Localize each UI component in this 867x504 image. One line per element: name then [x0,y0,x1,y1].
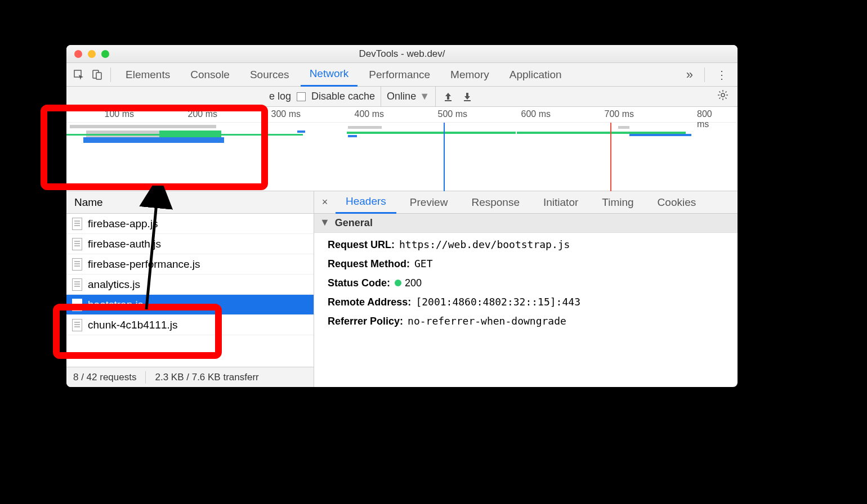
request-detail-panel: × Headers Preview Response Initiator Tim… [314,191,738,387]
window-title: DevTools - web.dev/ [66,48,738,60]
general-heading: General [335,217,373,228]
status-code-label: Status Code: [328,277,390,289]
tab-application[interactable]: Application [500,69,571,81]
request-url-label: Request URL: [328,239,395,251]
detail-tab-response[interactable]: Response [461,196,530,209]
detail-tabs: × Headers Preview Response Initiator Tim… [314,191,738,214]
throttling-value: Online [387,91,416,102]
table-row[interactable]: chunk-4c1b4111.js [66,315,314,335]
svg-rect-4 [464,100,471,101]
referrer-policy-label: Referrer Policy: [328,316,403,327]
status-requests: 8 / 42 requests [73,372,136,383]
network-overview[interactable]: 100 ms 200 ms 300 ms 400 ms 500 ms 600 m… [66,107,738,191]
file-icon [72,238,82,250]
throttling-dropdown[interactable]: Online ▼ [381,87,436,107]
tab-sources[interactable]: Sources [241,69,298,81]
tick: 200 ms [188,109,217,119]
tick: 100 ms [105,109,134,119]
network-main: Name firebase-app.js firebase-auth.js fi… [66,191,738,387]
svg-point-5 [721,93,725,97]
devtools-window: DevTools - web.dev/ Elements Console Sou… [66,45,738,387]
svg-rect-3 [445,100,452,101]
disclosure-triangle-icon: ▼ [320,217,330,228]
tab-performance[interactable]: Performance [360,69,439,81]
request-name: firebase-performance.js [88,258,200,271]
tick: 700 ms [605,109,634,119]
detail-tab-cookies[interactable]: Cookies [647,196,707,209]
request-name: firebase-app.js [88,218,158,230]
disable-cache-label: Disable cache [311,91,375,102]
tab-network[interactable]: Network [301,63,358,87]
request-method-label: Request Method: [328,258,410,270]
separator [110,68,111,82]
inspect-icon[interactable] [71,67,87,83]
general-section-header[interactable]: ▼ General [314,214,738,233]
file-icon [72,299,82,311]
detail-tab-initiator[interactable]: Initiator [533,196,588,209]
referrer-policy-value: no-referrer-when-downgrade [408,315,566,327]
request-name: firebase-auth.js [88,238,161,250]
tab-console[interactable]: Console [181,69,239,81]
gear-icon[interactable] [714,89,732,104]
file-icon [72,319,82,331]
table-row[interactable]: firebase-app.js [66,214,314,234]
tab-elements[interactable]: Elements [117,69,179,81]
overview-bars [66,123,738,156]
chevron-down-icon: ▼ [419,91,430,102]
file-icon [72,258,82,271]
request-name: analytics.js [88,278,140,291]
table-row[interactable]: firebase-performance.js [66,254,314,274]
more-tabs-icon[interactable]: » [681,68,699,82]
network-toolbar: e log Disable cache Online ▼ [66,87,738,107]
disable-cache-checkbox[interactable] [297,92,306,101]
separator [704,68,705,82]
settings-kebab-icon[interactable]: ⋮ [710,68,733,82]
tick: 300 ms [271,109,301,119]
file-icon [72,278,82,291]
tick: 500 ms [438,109,467,119]
upload-har-icon[interactable] [441,92,455,102]
table-row[interactable]: bootstrap.js [66,295,314,315]
detail-tab-headers[interactable]: Headers [336,191,396,214]
tab-memory[interactable]: Memory [441,69,498,81]
file-icon [72,218,82,230]
request-list-panel: Name firebase-app.js firebase-auth.js fi… [66,191,314,387]
request-rows: firebase-app.js firebase-auth.js firebas… [66,214,314,367]
table-row[interactable]: analytics.js [66,274,314,295]
detail-tab-timing[interactable]: Timing [592,196,643,209]
request-name: chunk-4c1b4111.js [88,319,178,331]
detail-tab-preview[interactable]: Preview [400,196,458,209]
preserve-log-label: e log [269,91,291,102]
download-har-icon[interactable] [461,92,474,102]
status-transfer: 2.3 KB / 7.6 KB transferr [155,372,258,383]
column-header-name[interactable]: Name [66,191,314,214]
tick: 400 ms [355,109,384,119]
table-row[interactable]: firebase-auth.js [66,234,314,254]
status-bar: 8 / 42 requests 2.3 KB / 7.6 KB transfer… [66,367,314,387]
request-method-value: GET [414,258,433,269]
remote-address-label: Remote Address: [328,296,411,308]
general-section: Request URL: https://web.dev/bootstrap.j… [314,233,738,333]
svg-rect-2 [96,73,101,79]
tick: 600 ms [521,109,551,119]
remote-address-value: [2001:4860:4802:32::15]:443 [415,296,580,308]
timeline-ruler: 100 ms 200 ms 300 ms 400 ms 500 ms 600 m… [66,107,738,123]
load-marker [610,123,611,191]
close-detail-icon[interactable]: × [318,196,332,208]
request-name: bootstrap.js [88,299,143,311]
status-dot-icon [395,280,401,286]
devtools-tabbar: Elements Console Sources Network Perform… [66,63,738,87]
request-url-value: https://web.dev/bootstrap.js [399,238,570,250]
device-toggle-icon[interactable] [89,67,105,83]
status-code-value: 200 [395,277,422,289]
domcontentloaded-marker [444,123,445,191]
titlebar: DevTools - web.dev/ [66,45,738,63]
